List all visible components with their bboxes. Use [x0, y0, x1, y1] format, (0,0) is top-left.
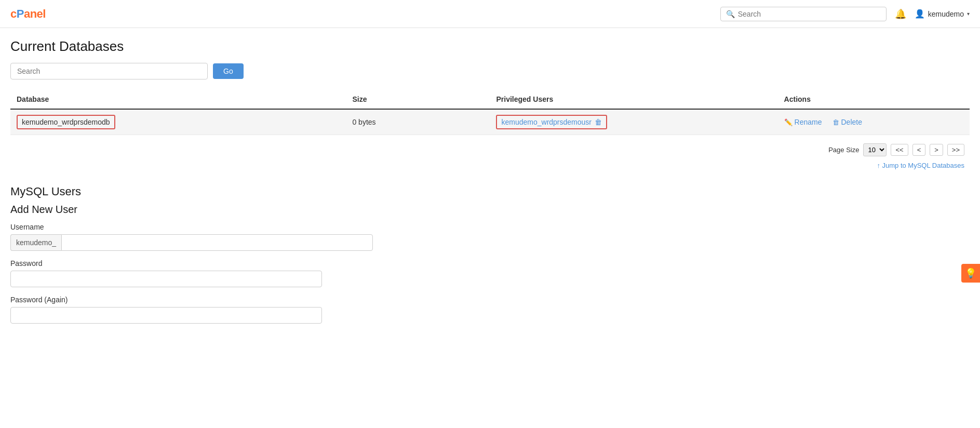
header-right: 🔍 🔔 👤 kemudemo ▾: [720, 7, 970, 21]
rename-button[interactable]: ✏️ Rename: [784, 118, 822, 126]
password-again-group: Password (Again): [10, 296, 970, 324]
help-button[interactable]: 💡: [961, 264, 980, 283]
page-title: Current Databases: [10, 38, 970, 55]
actions-cell: ✏️ Rename 🗑 Delete: [778, 109, 970, 135]
password-again-input[interactable]: [10, 307, 322, 324]
header-search-container: 🔍: [720, 7, 887, 21]
jump-to-mysql-link[interactable]: ↑ Jump to MySQL Databases: [877, 162, 964, 169]
main-content: Current Databases Go Database Size Privi…: [0, 28, 980, 342]
header: cPanel 🔍 🔔 👤 kemudemo ▾: [0, 0, 980, 28]
next-page-button[interactable]: >: [930, 144, 943, 156]
username-input[interactable]: [61, 234, 373, 251]
col-header-privileged: Privileged Users: [490, 90, 777, 109]
password-input[interactable]: [10, 271, 322, 287]
delete-button[interactable]: 🗑 Delete: [833, 118, 862, 126]
privileged-user-link[interactable]: kemudemo_wrdprsdemousr: [501, 118, 592, 126]
last-page-button[interactable]: >>: [947, 144, 964, 156]
header-search-input[interactable]: [738, 10, 881, 18]
username-input-row: kemudemo_: [10, 234, 970, 251]
pencil-icon: ✏️: [784, 118, 793, 126]
col-header-size: Size: [346, 90, 490, 109]
pagination-row: Page Size 10 25 50 << < > >>: [10, 143, 970, 156]
database-name: kemudemo_wrdprsdemodb: [17, 115, 115, 129]
delete-label: Delete: [841, 118, 862, 126]
database-table: Database Size Privileged Users Actions k…: [10, 90, 970, 135]
prev-page-button[interactable]: <: [912, 144, 926, 156]
mysql-users-section-title: MySQL Users: [10, 185, 970, 198]
bell-icon[interactable]: 🔔: [895, 8, 906, 20]
user-name-label: kemudemo: [928, 10, 964, 18]
password-label: Password: [10, 259, 970, 268]
username-label: Username: [10, 223, 970, 231]
size-cell: 0 bytes: [346, 109, 490, 135]
user-menu[interactable]: 👤 kemudemo ▾: [915, 9, 970, 19]
page-size-label: Page Size: [828, 146, 859, 154]
chevron-down-icon: ▾: [967, 11, 970, 17]
rename-label: Rename: [795, 118, 822, 126]
privileged-user-badge: kemudemo_wrdprsdemousr 🗑: [496, 115, 607, 129]
go-button[interactable]: Go: [213, 63, 244, 79]
cpanel-logo: cPanel: [10, 7, 46, 21]
table-row: kemudemo_wrdprsdemodb 0 bytes kemudemo_w…: [10, 109, 970, 135]
search-icon: 🔍: [726, 10, 735, 18]
user-icon: 👤: [915, 9, 925, 19]
search-bar-row: Go: [10, 63, 970, 79]
password-again-label: Password (Again): [10, 296, 970, 304]
search-input[interactable]: [10, 63, 208, 79]
col-header-actions: Actions: [778, 90, 970, 109]
password-group: Password: [10, 259, 970, 287]
page-size-select[interactable]: 10 25 50: [863, 143, 887, 156]
database-cell: kemudemo_wrdprsdemodb: [10, 109, 346, 135]
first-page-button[interactable]: <<: [891, 144, 908, 156]
remove-user-icon[interactable]: 🗑: [595, 118, 602, 126]
add-new-user-title: Add New User: [10, 204, 970, 216]
delete-icon: 🗑: [833, 118, 839, 126]
username-group: Username kemudemo_: [10, 223, 970, 251]
privileged-users-cell: kemudemo_wrdprsdemousr 🗑: [490, 109, 777, 135]
table-body: kemudemo_wrdprsdemodb 0 bytes kemudemo_w…: [10, 109, 970, 135]
col-header-database: Database: [10, 90, 346, 109]
username-prefix: kemudemo_: [10, 234, 61, 251]
jump-link-row: ↑ Jump to MySQL Databases: [10, 162, 970, 169]
table-header: Database Size Privileged Users Actions: [10, 90, 970, 109]
